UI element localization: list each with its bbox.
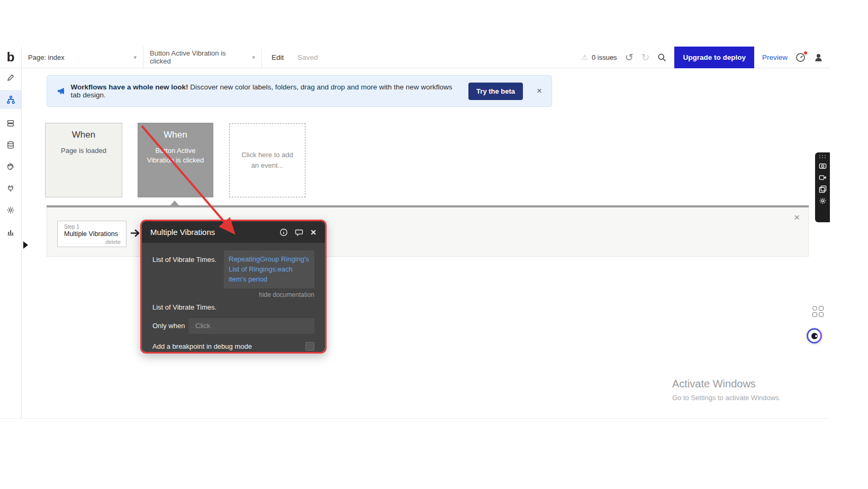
camera-icon[interactable] xyxy=(819,162,827,170)
windows-icon[interactable] xyxy=(819,185,827,193)
step-card[interactable]: Step 1 Multiple Vibrations delete xyxy=(57,221,126,247)
bubble-logo[interactable]: b xyxy=(0,47,22,68)
add-event-placeholder: Click here to add an event... xyxy=(239,150,295,171)
video-camera-icon[interactable] xyxy=(819,174,827,182)
chevron-down-icon: ▾ xyxy=(133,54,137,61)
edit-mode-label[interactable]: Edit xyxy=(272,53,284,61)
megaphone-icon xyxy=(57,86,66,96)
assistant-chat-core xyxy=(811,333,818,339)
pencil-icon xyxy=(6,74,15,82)
notification-dot xyxy=(803,51,808,55)
search-icon[interactable] xyxy=(657,53,666,62)
sidebar-item-plugins[interactable] xyxy=(0,179,21,198)
page-selector-label: Page: index xyxy=(28,53,65,61)
info-icon[interactable] xyxy=(279,228,288,237)
mode-group: Edit Saved xyxy=(262,47,328,68)
watermark-title: Activate Windows xyxy=(672,378,781,390)
popup-header: Multiple Vibrations ✕ xyxy=(142,221,325,243)
step-number: Step 1 xyxy=(58,221,126,230)
step-delete-link[interactable]: delete xyxy=(105,239,121,245)
preview-link[interactable]: Preview xyxy=(762,53,788,61)
chart-icon xyxy=(6,228,15,236)
popup-close-icon[interactable]: ✕ xyxy=(310,228,317,237)
windows-activation-watermark: Activate Windows Go to Settings to activ… xyxy=(672,378,781,402)
only-when-label: Only when xyxy=(152,322,188,330)
sidebar-item-workflow[interactable] xyxy=(0,90,21,109)
left-sidebar xyxy=(0,68,22,418)
sidebar-item-data[interactable] xyxy=(0,135,21,155)
app-health-gauge-icon[interactable] xyxy=(795,52,806,62)
popup-title: Multiple Vibrations xyxy=(150,228,279,237)
issues-indicator[interactable]: ⚠ 0 issues xyxy=(581,53,617,61)
sidebar-item-design[interactable] xyxy=(0,68,21,87)
undo-icon[interactable]: ↺ xyxy=(625,51,634,64)
bubble-logo-glyph: b xyxy=(7,51,15,64)
sidebar-item-pages[interactable] xyxy=(0,114,21,133)
event-card-subtitle: Button Active Vibration is clicked xyxy=(138,146,213,165)
topbar: b Page: index ▾ Button Active Vibration … xyxy=(0,47,830,68)
hide-documentation-link[interactable]: hide documentation xyxy=(152,291,314,298)
palette-icon xyxy=(6,162,15,171)
apps-grid-icon[interactable] xyxy=(812,306,824,318)
database-icon xyxy=(6,141,15,149)
banner-headline: Workflows have a whole new look! xyxy=(71,83,188,91)
upgrade-to-deploy-button[interactable]: Upgrade to deploy xyxy=(674,47,754,68)
event-card-subtitle: Page is loaded xyxy=(46,146,122,156)
issues-count: 0 issues xyxy=(592,53,617,61)
expression-value-box[interactable]: RepeatingGroup Ringing's List of Ringing… xyxy=(224,250,314,288)
saved-status: Saved xyxy=(297,53,318,61)
only-when-input[interactable] xyxy=(188,318,314,334)
redo-icon[interactable]: ↻ xyxy=(641,51,650,64)
action-properties-popup: Multiple Vibrations ✕ List of Vibrate Ti… xyxy=(140,220,327,354)
selected-event-notch xyxy=(170,201,179,205)
step-title: Multiple Vibrations xyxy=(58,230,126,238)
workflows-beta-banner: Workflows have a whole new look! Discove… xyxy=(47,75,552,107)
popup-body: List of Vibrate Times. RepeatingGroup Ri… xyxy=(142,243,325,352)
banner-text: Workflows have a whole new look! Discove… xyxy=(71,83,457,99)
gear-icon xyxy=(6,206,15,214)
assistant-chat-icon[interactable] xyxy=(807,328,822,343)
event-card-button-clicked-selected[interactable]: When Button Active Vibration is clicked xyxy=(138,123,213,197)
next-step-arrow-icon xyxy=(130,229,141,240)
expression-value: RepeatingGroup Ringing's List of Ringing… xyxy=(229,255,309,283)
banner-close-icon[interactable]: × xyxy=(537,86,542,96)
event-selector-label: Button Active Vibration is clicked xyxy=(150,49,248,65)
event-card-page-loaded[interactable]: When Page is loaded xyxy=(45,123,122,197)
event-card-title: When xyxy=(138,130,213,140)
toolbar-gear-icon[interactable] xyxy=(819,197,827,205)
page-selector[interactable]: Page: index ▾ xyxy=(22,47,143,68)
topbar-right: ⚠ 0 issues ↺ ↻ Upgrade to deploy Preview xyxy=(581,47,830,68)
panel-close-icon[interactable]: × xyxy=(794,212,800,223)
event-card-title: When xyxy=(46,130,122,140)
list-of-vibrate-times-label-2: List of Vibrate Times. xyxy=(152,303,314,311)
layers-icon xyxy=(6,119,15,128)
screen-capture-toolbar xyxy=(815,152,830,222)
event-selector[interactable]: Button Active Vibration is clicked ▾ xyxy=(143,47,262,68)
try-the-beta-button[interactable]: Try the beta xyxy=(468,83,523,100)
add-event-card[interactable]: Click here to add an event... xyxy=(229,123,305,197)
bubble-workflow-editor: b Page: index ▾ Button Active Vibration … xyxy=(0,0,868,489)
comment-icon[interactable] xyxy=(295,228,303,237)
user-avatar-icon[interactable] xyxy=(813,52,824,62)
sidebar-item-settings[interactable] xyxy=(0,201,21,220)
watermark-subtitle: Go to Settings to activate Windows. xyxy=(672,394,781,402)
breakpoint-label: Add a breakpoint in debug mode xyxy=(152,342,252,350)
panel-collapse-handle[interactable] xyxy=(23,241,28,249)
sidebar-item-logs[interactable] xyxy=(0,222,21,241)
breakpoint-checkbox[interactable] xyxy=(305,342,314,351)
warning-icon: ⚠ xyxy=(581,53,588,61)
plug-icon xyxy=(6,184,15,193)
sidebar-item-styles[interactable] xyxy=(0,157,21,176)
list-of-vibrate-times-label: List of Vibrate Times. xyxy=(152,250,224,288)
workflow-icon xyxy=(6,95,15,104)
app-bottom-edge xyxy=(0,418,830,419)
chevron-down-icon: ▾ xyxy=(252,54,255,61)
drag-handle-icon[interactable] xyxy=(819,155,826,158)
